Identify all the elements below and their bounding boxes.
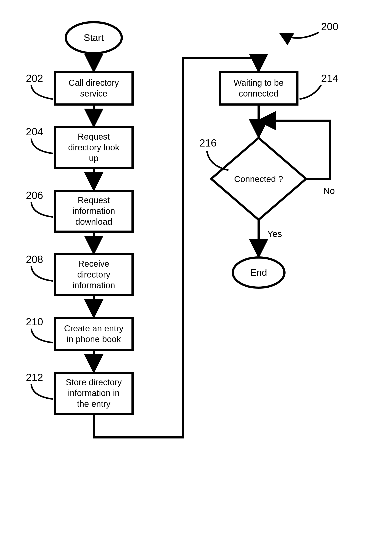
end-label: End (250, 267, 267, 278)
svg-text:Request: Request (78, 132, 110, 141)
leader-206 (31, 202, 53, 217)
svg-text:the entry: the entry (77, 399, 111, 409)
ref-210: 210 (26, 316, 43, 327)
svg-text:Waiting to be: Waiting to be (233, 78, 284, 88)
start-node: Start (66, 22, 122, 53)
diagram-id: 200 (321, 21, 338, 32)
ref-212: 212 (26, 372, 43, 383)
ref-208: 208 (26, 254, 43, 265)
node-208: Receive directory information (55, 254, 133, 295)
leader-210 (31, 329, 53, 343)
svg-text:Store directory: Store directory (66, 377, 122, 387)
end-node: End (233, 257, 285, 288)
leader-204 (31, 139, 53, 154)
ref-214: 214 (321, 73, 338, 84)
ref-216: 216 (199, 137, 217, 149)
leader-202 (31, 85, 53, 99)
svg-text:download: download (75, 217, 112, 226)
svg-text:Receive: Receive (78, 259, 109, 269)
svg-rect-1 (55, 72, 133, 104)
svg-text:Request: Request (78, 195, 110, 205)
svg-text:Create an entry: Create an entry (64, 324, 123, 333)
ref-204: 204 (26, 126, 43, 137)
leader-208 (31, 266, 53, 281)
leader-212 (31, 384, 53, 399)
node-214: Waiting to be connected (220, 72, 297, 104)
edge-yes-label: Yes (267, 229, 282, 239)
node-216: Connected ? (211, 138, 306, 220)
start-label: Start (84, 32, 104, 43)
svg-text:Call directory: Call directory (69, 78, 119, 88)
ref-206: 206 (26, 190, 43, 201)
svg-text:service: service (80, 89, 107, 98)
node-212: Store directory information in the entry (55, 373, 133, 414)
svg-text:Connected ?: Connected ? (234, 174, 283, 184)
svg-text:information in: information in (68, 388, 120, 398)
flowchart: Start Call directory service 202 Request… (0, 0, 392, 535)
leader-diagram-id (280, 32, 319, 38)
svg-text:up: up (89, 154, 99, 163)
node-202: Call directory service (55, 72, 133, 104)
node-210: Create an entry in phone book (55, 318, 133, 350)
svg-text:directory look: directory look (68, 143, 120, 152)
node-206: Request information download (55, 191, 133, 232)
svg-text:in phone book: in phone book (67, 334, 121, 344)
svg-text:information: information (72, 206, 115, 216)
svg-rect-23 (220, 72, 297, 104)
edge-no-label: No (323, 186, 335, 196)
svg-text:information: information (72, 280, 115, 290)
ref-202: 202 (26, 73, 43, 84)
leader-214 (299, 85, 321, 99)
svg-rect-16 (55, 318, 133, 350)
node-204: Request directory look up (55, 127, 133, 168)
svg-text:connected: connected (239, 89, 279, 98)
svg-text:directory: directory (77, 270, 110, 279)
